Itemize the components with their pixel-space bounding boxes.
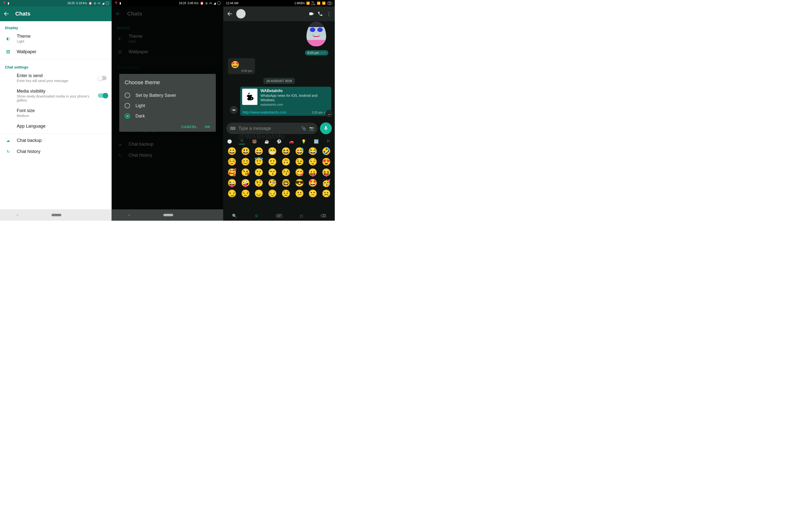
setting-wallpaper[interactable]: 🖼 Wallpaper [0, 46, 112, 57]
emoji-cell[interactable]: 🤓 [279, 179, 292, 187]
setting-theme[interactable]: ◐ Theme Light [0, 31, 112, 46]
sticker-tab-icon[interactable]: ◻ [300, 214, 303, 218]
font-size-label: Font size [17, 108, 107, 113]
link-url[interactable]: http://www.wabetainfo.com [243, 110, 287, 114]
emoji-cell[interactable]: 😅 [293, 147, 306, 155]
emoji-cell[interactable]: 🥳 [320, 179, 333, 187]
back-button[interactable] [4, 11, 10, 17]
cat-flags-icon[interactable]: 🏳 [326, 139, 332, 144]
emoji-cell[interactable]: 😗 [253, 168, 265, 177]
video-call-icon[interactable] [309, 11, 314, 17]
keyboard-icon[interactable]: ⌨ [230, 126, 236, 131]
emoji-cell[interactable]: ☺️ [225, 158, 238, 166]
setting-media-visibility[interactable]: Media visibility Show newly downloaded m… [0, 86, 112, 105]
emoji-cell[interactable]: 😕 [293, 189, 306, 198]
nav-home-pill[interactable] [163, 214, 173, 216]
backspace-icon[interactable]: ⌫ [320, 214, 326, 218]
cat-symbols-icon[interactable]: 🔣 [313, 139, 319, 144]
outgoing-link-message[interactable]: ➥ WABetaInfo WhatsApp news for iOS, Andr… [240, 87, 331, 116]
emoji-cell[interactable]: 😘 [239, 168, 252, 177]
emoji-cell[interactable]: 😆 [279, 147, 292, 155]
scroll-down-button[interactable]: ⌄ [326, 110, 333, 117]
voice-record-button[interactable] [320, 123, 332, 134]
emoji-cell[interactable]: 😋 [293, 168, 306, 177]
cat-travel-icon[interactable]: 🚗 [289, 139, 294, 144]
emoji-cell[interactable]: 😏 [225, 189, 238, 198]
search-icon[interactable]: 🔍 [232, 214, 237, 218]
emoji-cell[interactable]: 😍 [320, 158, 333, 166]
emoji-cell[interactable]: 😊 [239, 158, 252, 166]
theme-option-dark[interactable]: Dark [125, 111, 210, 121]
emoji-cell[interactable]: 😎 [293, 179, 306, 187]
emoji-cell[interactable]: 😔 [266, 189, 279, 198]
ok-button[interactable]: OK [205, 125, 210, 129]
emoji-cell[interactable]: 😒 [239, 189, 252, 198]
enter-is-send-switch[interactable] [98, 76, 107, 80]
cat-recent-icon[interactable]: 🕘 [227, 139, 233, 144]
theme-icon: ◐ [5, 36, 11, 41]
back-button[interactable] [227, 11, 233, 17]
signal-icon: 📶 [306, 1, 310, 5]
gif-tab[interactable]: GIF [276, 214, 282, 218]
setting-app-language[interactable]: App Language [0, 121, 112, 132]
link-preview[interactable]: WABetaInfo WhatsApp news for iOS, Androi… [240, 87, 331, 108]
attach-icon[interactable]: 📎 [301, 126, 306, 131]
forward-button[interactable]: ➥ [230, 106, 238, 114]
theme-dialog: Choose theme Set by Battery Saver Light … [119, 74, 216, 132]
emoji-cell[interactable]: 😀 [225, 147, 238, 155]
theme-option-battery-saver[interactable]: Set by Battery Saver [125, 90, 210, 100]
emoji-cell[interactable]: 😂 [307, 147, 319, 155]
media-visibility-switch[interactable] [98, 93, 107, 98]
emoji-cell[interactable]: 😝 [320, 168, 333, 177]
emoji-cell[interactable]: 🤪 [239, 179, 252, 187]
setting-chat-backup[interactable]: ☁ Chat backup [0, 135, 112, 146]
cat-activity-icon[interactable]: ⚽ [276, 139, 282, 144]
emoji-cell[interactable]: 🤨 [253, 179, 265, 187]
emoji-cell[interactable]: 😄 [253, 147, 265, 155]
emoji-cell[interactable]: 😃 [239, 147, 252, 155]
emoji-cell[interactable]: 🙂 [266, 158, 279, 166]
emoji-cell[interactable]: 😙 [266, 168, 279, 177]
voice-call-icon[interactable] [317, 11, 323, 17]
nav-back-icon[interactable]: ‹ [129, 213, 130, 217]
emoji-cell[interactable]: 🥰 [225, 168, 238, 177]
contact-avatar[interactable] [236, 9, 245, 18]
setting-chat-history[interactable]: ↻ Chat history [0, 146, 112, 157]
emoji-cell[interactable]: 😁 [266, 147, 279, 155]
incoming-message[interactable]: 🤩 6:09 pm [228, 58, 255, 74]
emoji-cell[interactable]: 🤩 [307, 179, 319, 187]
setting-font-size[interactable]: Font size Medium [0, 105, 112, 121]
signal-icon: 📶 [317, 1, 320, 5]
emoji-cell[interactable]: 🙃 [279, 158, 292, 166]
enter-is-send-label: Enter is send [17, 73, 92, 78]
cat-animals-icon[interactable]: 🐻 [252, 139, 257, 144]
option-label: Dark [135, 113, 145, 119]
emoji-cell[interactable]: 😉 [293, 158, 306, 166]
cat-food-icon[interactable]: ☕ [264, 139, 270, 144]
theme-option-light[interactable]: Light [125, 100, 210, 111]
signal-4g-icon: 4G [97, 2, 100, 4]
emoji-cell[interactable]: 🤣 [320, 147, 333, 155]
cat-smileys-icon[interactable]: ☺ [239, 139, 245, 144]
emoji-cell[interactable]: 🙁 [307, 189, 319, 198]
emoji-cell[interactable]: 😜 [225, 179, 238, 187]
emoji-cell[interactable]: ☹️ [320, 189, 333, 198]
status-bar: 📍 ▮ 19:25 0.19 K/s ⏰ ◎ 4G ◢ [0, 0, 112, 6]
outgoing-sticker[interactable] [305, 22, 327, 44]
cat-objects-icon[interactable]: 💡 [301, 139, 307, 144]
nav-back-icon[interactable]: ‹ [17, 213, 18, 217]
emoji-cell[interactable]: 😞 [253, 189, 265, 198]
emoji-cell[interactable]: 😇 [253, 158, 265, 166]
emoji-cell[interactable]: 😛 [307, 168, 319, 177]
emoji-tab-icon[interactable]: ☺ [255, 214, 258, 218]
emoji-cell[interactable]: 😚 [279, 168, 292, 177]
nav-home-pill[interactable] [52, 214, 61, 216]
message-text-field[interactable] [238, 126, 298, 131]
more-menu-icon[interactable]: ⋮ [326, 11, 331, 17]
setting-enter-is-send[interactable]: Enter is send Enter key will send your m… [0, 70, 112, 86]
camera-icon[interactable]: 📷 [309, 126, 314, 131]
emoji-cell[interactable]: 😟 [279, 189, 292, 198]
cancel-button[interactable]: CANCEL [181, 125, 197, 129]
emoji-cell[interactable]: 🧐 [266, 179, 279, 187]
emoji-cell[interactable]: 😌 [307, 158, 319, 166]
